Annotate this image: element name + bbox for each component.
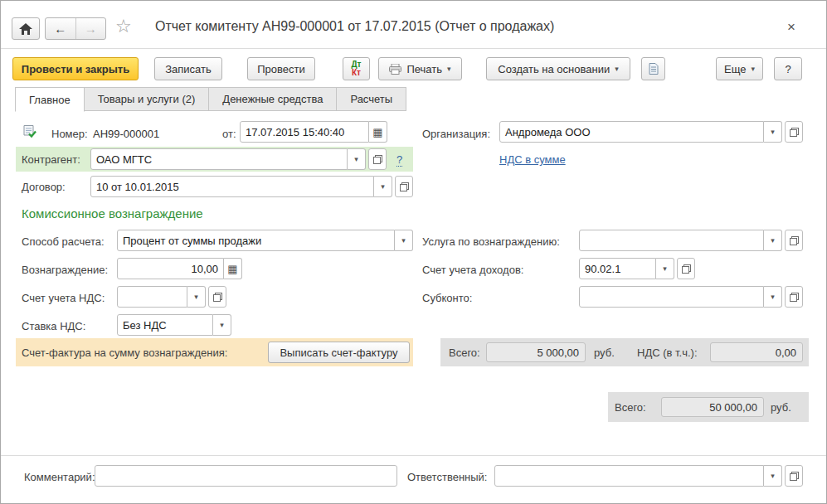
tab-goods-services[interactable]: Товары и услуги (2) <box>84 87 210 111</box>
subconto-dropdown-button[interactable]: ▾ <box>764 286 782 308</box>
calc-method-field: Процент от суммы продажи ▾ <box>117 230 413 251</box>
more-button[interactable]: Еще ▾ <box>716 57 763 80</box>
document-window: ← → ☆ Отчет комитенту АН99-000001 от 17.… <box>0 0 827 504</box>
counterparty-open-button[interactable] <box>368 148 387 170</box>
calc-method-label: Способ расчета: <box>22 235 105 248</box>
fee-vat-value: 0,00 <box>710 342 803 362</box>
grand-total-value: 50 000,00 <box>661 397 764 417</box>
issue-invoice-button[interactable]: Выписать счет-фактуру <box>268 342 410 363</box>
responsible-label: Ответственный: <box>407 471 487 483</box>
vat-account-label: Счет учета НДС: <box>22 292 105 304</box>
counterparty-input[interactable]: ОАО МГТС <box>90 148 348 170</box>
income-account-input[interactable]: 90.02.1 <box>579 258 656 279</box>
commission-section-title: Комиссионное вознаграждение <box>22 206 203 220</box>
responsible-dropdown-button[interactable]: ▾ <box>764 465 782 487</box>
organization-dropdown-button[interactable]: ▾ <box>764 121 782 143</box>
income-account-dropdown-button[interactable]: ▾ <box>656 258 674 279</box>
date-label: от: <box>222 128 236 140</box>
contract-open-button[interactable] <box>395 176 413 197</box>
issue-invoice-label: Выписать счет-фактуру <box>280 346 397 359</box>
invoice-label: Счет-фактура на сумму вознаграждения: <box>22 346 227 359</box>
calc-method-input[interactable]: Процент от суммы продажи <box>117 230 395 251</box>
post-and-close-label: Провести и закрыть <box>22 63 129 75</box>
vat-rate-label: Ставка НДС: <box>22 320 85 332</box>
date-calendar-button[interactable]: ▦ <box>369 121 387 143</box>
comment-input[interactable] <box>95 465 397 487</box>
fee-service-dropdown-button[interactable]: ▾ <box>764 230 782 251</box>
help-button[interactable]: ? <box>774 57 802 80</box>
show-postings-button[interactable]: ДтКт <box>343 57 370 80</box>
subconto-open-button[interactable] <box>785 286 803 308</box>
print-label: Печать <box>406 63 442 75</box>
tab-settlements[interactable]: Расчеты <box>336 87 406 111</box>
footer-divider <box>1 455 826 456</box>
fee-field: 10,00 ▦ <box>117 258 242 279</box>
fee-service-field: ▾ <box>579 230 803 251</box>
responsible-input[interactable] <box>494 465 764 487</box>
comment-label: Комментарий: <box>24 471 95 483</box>
organization-input[interactable]: Андромеда ООО <box>499 121 764 143</box>
organization-label: Организация: <box>422 128 490 140</box>
fee-total-currency: руб. <box>594 346 615 359</box>
responsible-open-button[interactable] <box>785 465 803 487</box>
post-and-close-button[interactable]: Провести и закрыть <box>12 57 139 80</box>
contract-input[interactable]: 10 от 10.01.2015 <box>90 176 374 197</box>
print-button[interactable]: Печать ▾ <box>378 57 462 80</box>
fee-total-label: Всего: <box>449 346 480 359</box>
nav-history-group: ← → <box>45 17 106 40</box>
subconto-input[interactable] <box>579 286 764 308</box>
grand-total-currency: руб. <box>771 401 791 414</box>
tab-cash[interactable]: Денежные средства <box>208 87 337 111</box>
open-icon <box>790 128 799 137</box>
organization-field: Андромеда ООО ▾ <box>499 121 803 143</box>
calc-method-dropdown-button[interactable]: ▾ <box>395 230 413 251</box>
related-documents-button[interactable] <box>641 57 665 80</box>
fee-total-value: 5 000,00 <box>486 342 586 362</box>
chevron-down-icon: ▾ <box>663 265 667 273</box>
chevron-down-icon: ▾ <box>220 322 224 329</box>
tab-bar: Главное Товары и услуги (2) Денежные сре… <box>16 87 406 112</box>
header-divider <box>1 48 826 49</box>
chevron-down-icon: ▾ <box>401 237 406 245</box>
printer-icon <box>389 64 401 75</box>
tab-main[interactable]: Главное <box>15 87 85 112</box>
open-icon <box>682 264 691 274</box>
close-icon[interactable]: × <box>787 19 795 36</box>
favorite-star-icon[interactable]: ☆ <box>115 16 132 37</box>
fee-service-input[interactable] <box>579 230 764 251</box>
save-label: Записать <box>165 63 212 75</box>
vat-account-dropdown-button[interactable]: ▾ <box>187 286 206 308</box>
chevron-down-icon: ▾ <box>194 293 198 301</box>
vat-rate-dropdown-button[interactable]: ▾ <box>213 314 231 336</box>
fee-calculator-button[interactable]: ▦ <box>224 258 242 279</box>
contract-dropdown-button[interactable]: ▾ <box>374 176 392 197</box>
back-button[interactable]: ← <box>46 22 75 36</box>
vat-account-input[interactable] <box>117 286 187 308</box>
fee-service-open-button[interactable] <box>785 230 803 251</box>
counterparty-help-link[interactable]: ? <box>396 153 402 167</box>
vat-account-field: ▾ <box>117 286 226 308</box>
income-account-open-button[interactable] <box>677 258 695 279</box>
income-account-field: 90.02.1 ▾ <box>579 258 695 279</box>
comment-field <box>95 465 397 487</box>
chevron-down-icon: ▾ <box>771 293 775 301</box>
number-value: АН99-000001 <box>93 128 159 140</box>
home-button[interactable] <box>12 17 40 40</box>
responsible-field: ▾ <box>494 465 803 487</box>
chevron-down-icon: ▾ <box>381 183 385 191</box>
save-button[interactable]: Записать <box>154 57 222 80</box>
counterparty-dropdown-button[interactable]: ▾ <box>348 148 366 170</box>
post-label: Провести <box>257 63 305 75</box>
contract-field: 10 от 10.01.2015 ▾ <box>90 176 413 197</box>
vat-account-open-button[interactable] <box>208 286 226 308</box>
open-icon <box>373 155 382 164</box>
fee-input[interactable]: 10,00 <box>117 258 224 279</box>
organization-open-button[interactable] <box>785 121 803 143</box>
vat-rate-input[interactable]: Без НДС <box>117 314 213 336</box>
forward-arrow-icon: → <box>85 22 97 36</box>
vat-in-total-link[interactable]: НДС в сумме <box>499 153 566 166</box>
create-based-on-button[interactable]: Создать на основании ▾ <box>486 57 630 80</box>
post-button[interactable]: Провести <box>247 57 315 80</box>
date-input[interactable]: 17.07.2015 15:40:40 <box>240 121 369 143</box>
forward-button[interactable]: → <box>76 22 106 36</box>
